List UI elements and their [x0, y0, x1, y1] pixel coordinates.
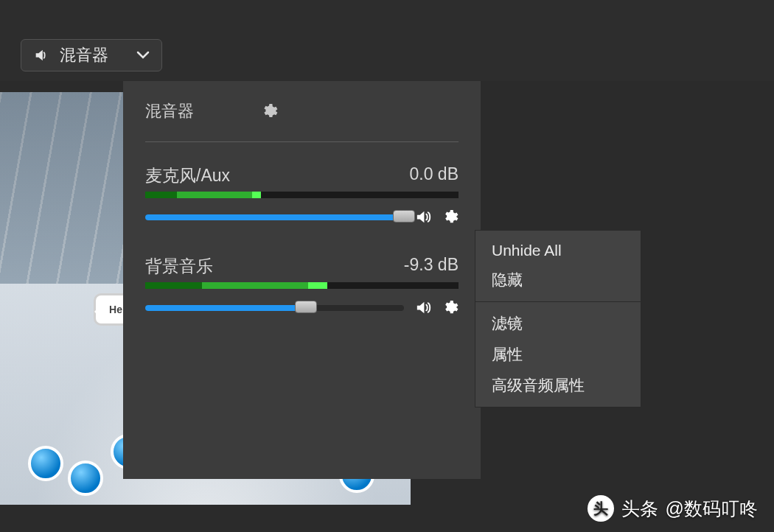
channel-db: 0.0 dB: [410, 164, 459, 187]
volume-slider[interactable]: [145, 214, 404, 220]
mute-button[interactable]: [414, 209, 431, 225]
channel-settings-button[interactable]: [442, 299, 459, 316]
level-meter: [145, 282, 459, 289]
channel-db: -9.3 dB: [404, 255, 459, 278]
chevron-down-icon: [136, 51, 150, 60]
mute-button[interactable]: [414, 299, 431, 316]
menu-item-properties[interactable]: 属性: [475, 339, 641, 370]
menu-item-hide[interactable]: 隐藏: [475, 265, 641, 295]
channel-name: 麦克风/Aux: [145, 164, 230, 187]
level-meter: [145, 192, 459, 198]
watermark: 头 头条 @数码叮咚: [588, 495, 758, 522]
watermark-prefix: 头条: [621, 497, 658, 521]
speaker-icon: [33, 47, 49, 63]
dropdown-label: 混音器: [60, 44, 108, 66]
menu-item-unhide-all[interactable]: Unhide All: [475, 237, 641, 265]
channel-name: 背景音乐: [145, 255, 213, 278]
menu-item-advanced[interactable]: 高级音频属性: [475, 370, 641, 401]
mixer-channel: 麦克风/Aux 0.0 dB: [145, 164, 459, 225]
channel-settings-button[interactable]: [442, 209, 459, 225]
toutiao-logo-icon: 头: [588, 495, 614, 522]
mixer-panel: 混音器 麦克风/Aux 0.0 dB: [123, 81, 481, 479]
menu-item-filters[interactable]: 滤镜: [475, 308, 641, 339]
divider: [145, 141, 459, 142]
volume-slider[interactable]: [145, 305, 404, 311]
mixer-header: 混音器: [145, 100, 459, 141]
mixer-channel: 背景音乐 -9.3 dB: [145, 255, 459, 316]
context-menu: Unhide All 隐藏 滤镜 属性 高级音频属性: [475, 230, 641, 407]
mixer-settings-button[interactable]: [260, 102, 278, 120]
mixer-dropdown[interactable]: 混音器: [21, 39, 162, 71]
mixer-title: 混音器: [145, 100, 194, 122]
watermark-account: @数码叮咚: [666, 497, 758, 521]
menu-separator: [475, 301, 641, 302]
